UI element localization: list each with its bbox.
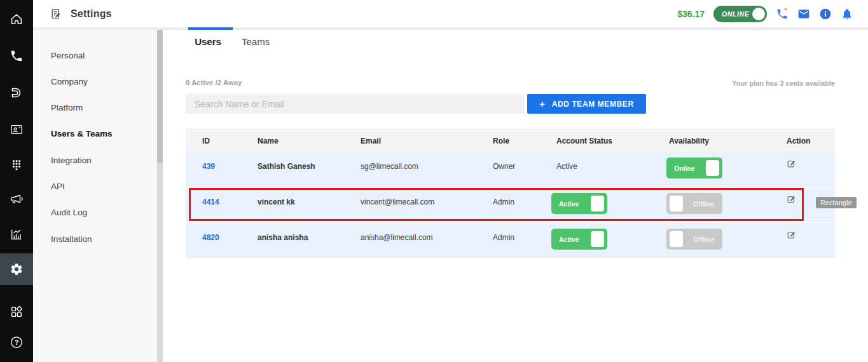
col-header-role: Role <box>493 137 556 145</box>
mail-icon[interactable] <box>797 8 810 20</box>
toggle-label: Online <box>674 164 695 172</box>
availability-toggle[interactable]: Offline <box>666 193 722 214</box>
user-role: Admin <box>493 187 556 206</box>
rail-item-leads[interactable] <box>0 79 33 107</box>
edit-user-button[interactable] <box>787 159 796 168</box>
account-status-toggle[interactable]: Active <box>551 193 607 214</box>
table-row: 4414vincent kkvincent@limecall.comAdminA… <box>186 187 835 222</box>
annotation-label: Rectangle <box>816 197 857 208</box>
toggle-label: Offline <box>693 236 714 243</box>
rail-item-settings[interactable] <box>0 253 33 285</box>
table-row: 439Sathish Ganeshsg@limecall.comOwnerAct… <box>186 152 835 187</box>
rail-item-contacts[interactable] <box>0 116 33 144</box>
online-toggle-knob <box>752 8 765 20</box>
availability-cell: Offline <box>669 223 787 250</box>
toggle-knob <box>670 196 683 211</box>
user-id-link[interactable]: 4414 <box>202 198 219 206</box>
balance-amount: $36.17 <box>677 9 705 19</box>
page: ? Settings $36.17 ONLINE Personal Compan… <box>0 0 868 362</box>
sidebar-item-platform[interactable]: Platform <box>51 103 83 112</box>
add-team-member-button[interactable]: + ADD TEAM MEMBER <box>527 94 646 114</box>
phone-icon <box>10 49 24 63</box>
user-name: Sathish Ganesh <box>258 152 361 171</box>
table-row: 4820anisha anishaanisha@limecall.comAdmi… <box>186 223 835 258</box>
info-icon[interactable] <box>819 8 832 20</box>
user-role: Admin <box>493 223 556 242</box>
online-toggle[interactable]: ONLINE <box>713 6 767 22</box>
toggle-knob <box>591 231 604 247</box>
rail-item-dialpad[interactable] <box>0 151 33 179</box>
users-table: ID Name Email Role Account Status Availa… <box>186 129 835 258</box>
tab-users[interactable]: Users <box>188 35 228 48</box>
edit-icon <box>787 230 796 239</box>
user-name: vincent kk <box>258 187 361 206</box>
rail-item-help[interactable]: ? <box>0 328 33 356</box>
account-status-cell: Active <box>556 152 669 171</box>
settings-sidebar: Personal Company Platform Users & Teams … <box>33 30 157 362</box>
table-header-row: ID Name Email Role Account Status Availa… <box>186 129 835 152</box>
add-team-member-label: ADD TEAM MEMBER <box>552 100 634 109</box>
megaphone-icon <box>10 192 24 206</box>
edit-icon <box>787 159 796 168</box>
active-tab-indicator <box>188 27 233 30</box>
toggle-label: Offline <box>693 200 714 208</box>
top-bar: Settings $36.17 ONLINE <box>33 0 868 27</box>
rail-item-home[interactable] <box>0 5 33 33</box>
sidebar-item-audit-log[interactable]: Audit Log <box>51 208 87 217</box>
rail-item-reports[interactable] <box>0 220 33 248</box>
user-id-link[interactable]: 4820 <box>202 233 219 242</box>
active-away-summary: 0 Active /2 Away <box>186 79 242 86</box>
user-role: Owner <box>493 152 556 171</box>
account-status-cell: Active <box>556 187 669 214</box>
tab-teams[interactable]: Teams <box>239 35 272 48</box>
edit-icon <box>787 194 796 204</box>
page-title: Settings <box>71 8 112 20</box>
sidebar-item-installation[interactable]: Installation <box>51 234 92 244</box>
contact-card-icon <box>10 123 24 137</box>
account-status-text: Active <box>556 158 577 171</box>
bell-icon[interactable] <box>841 8 853 20</box>
plus-icon: + <box>539 99 545 109</box>
magnet-icon <box>10 86 24 100</box>
tab-bar: Users Teams <box>188 35 272 48</box>
search-input[interactable] <box>186 94 525 114</box>
user-email: anisha@limecall.com <box>361 223 493 242</box>
sidebar-scrollbar[interactable] <box>157 30 163 362</box>
rail-item-calls[interactable] <box>0 42 33 70</box>
edit-user-button[interactable] <box>787 230 796 239</box>
user-name: anisha anisha <box>258 223 361 242</box>
toggle-knob <box>591 196 604 211</box>
rail-item-apps[interactable] <box>0 298 33 326</box>
dialpad-icon <box>10 158 24 172</box>
col-header-id: ID <box>202 137 258 145</box>
user-email: sg@limecall.com <box>361 152 493 171</box>
sidebar-item-integration[interactable]: Integration <box>51 156 92 165</box>
home-icon <box>10 12 24 26</box>
col-header-email: Email <box>361 137 493 145</box>
col-header-availability: Availability <box>669 137 787 145</box>
sidebar-item-api[interactable]: API <box>51 182 65 191</box>
apps-grid-icon <box>10 305 24 319</box>
toggle-knob <box>670 231 683 247</box>
availability-toggle[interactable]: Offline <box>666 229 722 250</box>
sidebar-item-personal[interactable]: Personal <box>51 51 85 60</box>
users-table-body: 439Sathish Ganeshsg@limecall.comOwnerAct… <box>186 152 835 258</box>
col-header-action: Action <box>787 137 835 145</box>
scrollbar-thumb[interactable] <box>157 30 163 163</box>
availability-toggle[interactable]: Online <box>666 158 722 178</box>
help-icon: ? <box>10 335 24 349</box>
header-divider <box>33 27 868 30</box>
toggle-label: Active <box>559 200 579 208</box>
edit-user-button[interactable] <box>787 194 796 204</box>
online-toggle-label: ONLINE <box>722 10 749 18</box>
gear-icon <box>10 262 24 276</box>
sidebar-item-company[interactable]: Company <box>51 77 88 86</box>
sidebar-item-users-teams[interactable]: Users & Teams <box>51 129 113 138</box>
col-header-account-status: Account Status <box>556 137 669 145</box>
account-status-toggle[interactable]: Active <box>551 229 607 250</box>
col-header-name: Name <box>258 137 361 145</box>
rail-item-campaigns[interactable] <box>0 185 33 213</box>
phone-icon[interactable] <box>776 8 789 20</box>
seats-available-note: Your plan has 3 seats available <box>732 79 835 87</box>
user-id-link[interactable]: 439 <box>202 162 215 171</box>
